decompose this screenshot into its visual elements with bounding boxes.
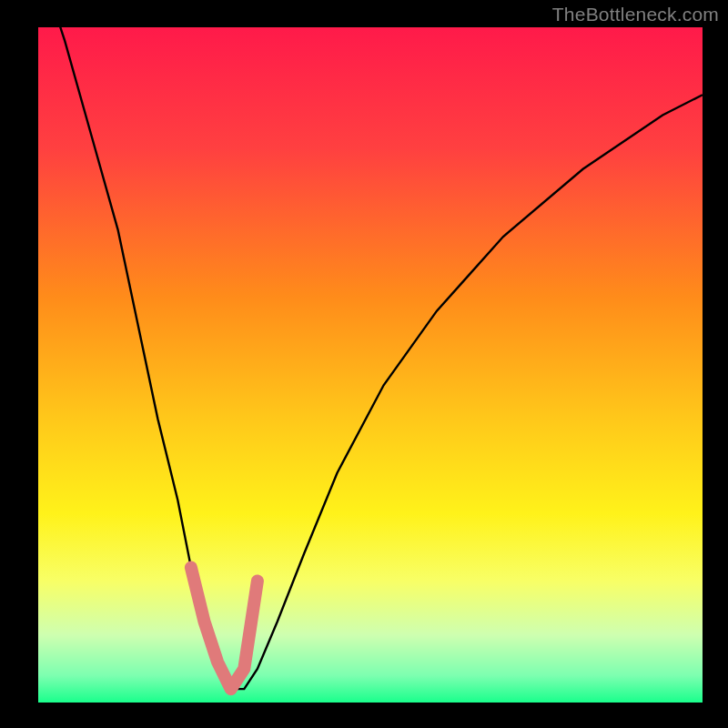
plot-background xyxy=(38,27,703,703)
bottleneck-chart xyxy=(0,0,728,728)
chart-frame: TheBottleneck.com xyxy=(0,0,728,728)
watermark-text: TheBottleneck.com xyxy=(552,4,719,25)
